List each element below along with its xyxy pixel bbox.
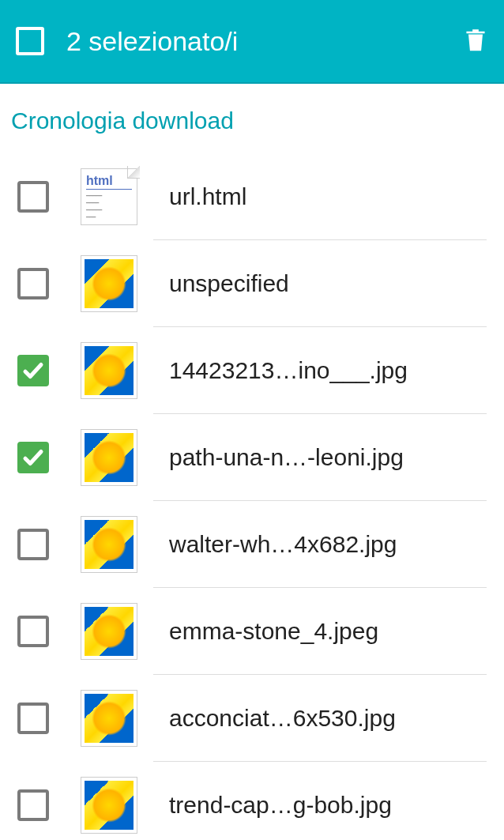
filename-label: emma-stone_4.jpeg [169,618,487,645]
filename-label: trend-cap…g-bob.jpg [169,792,487,819]
filename-label: url.html [169,183,487,210]
list-item[interactable]: 14423213…ino___.jpg [0,327,504,414]
list-item[interactable]: acconciat…6x530.jpg [0,675,504,762]
image-thumbnail-icon [81,777,137,834]
filename-cell: 14423213…ino___.jpg [153,327,487,414]
list-item[interactable]: trend-cap…g-bob.jpg [0,762,504,840]
filename-cell: trend-cap…g-bob.jpg [153,762,487,840]
selection-header: 2 selezionato/i [0,0,504,84]
svg-rect-2 [478,37,480,47]
html-file-icon: html━━━━━━━━━━━━━━━━━ [81,168,137,225]
item-checkbox[interactable] [17,703,49,734]
image-thumbnail-icon [81,342,137,399]
filename-label: unspecified [169,270,487,297]
filename-cell: emma-stone_4.jpeg [153,588,487,675]
filename-cell: acconciat…6x530.jpg [153,675,487,762]
image-thumbnail-icon [81,429,137,486]
filename-cell: url.html [153,153,487,240]
list-item[interactable]: unspecified [0,240,504,327]
filename-cell: walter-wh…4x682.jpg [153,501,487,588]
item-checkbox[interactable] [17,181,49,213]
svg-rect-0 [472,37,473,47]
image-thumbnail-icon [81,255,137,312]
selection-count-title: 2 selezionato/i [66,26,463,57]
filename-label: 14423213…ino___.jpg [169,357,487,384]
section-title: Cronologia download [0,84,504,153]
svg-rect-1 [475,37,476,47]
filename-cell: unspecified [153,240,487,327]
download-list: html━━━━━━━━━━━━━━━━━url.htmlunspecified… [0,153,504,840]
item-checkbox[interactable] [17,268,49,299]
item-checkbox[interactable] [17,616,49,647]
list-item[interactable]: path-una-n…-leoni.jpg [0,414,504,501]
list-item[interactable]: html━━━━━━━━━━━━━━━━━url.html [0,153,504,240]
filename-label: path-una-n…-leoni.jpg [169,444,487,471]
item-checkbox[interactable] [17,529,49,560]
item-checkbox[interactable] [17,442,49,473]
filename-label: walter-wh…4x682.jpg [169,531,487,558]
image-thumbnail-icon [81,690,137,747]
delete-button[interactable] [463,25,488,57]
filename-label: acconciat…6x530.jpg [169,705,487,732]
list-item[interactable]: walter-wh…4x682.jpg [0,501,504,588]
image-thumbnail-icon [81,516,137,573]
image-thumbnail-icon [81,603,137,660]
filename-cell: path-una-n…-leoni.jpg [153,414,487,501]
list-item[interactable]: emma-stone_4.jpeg [0,588,504,675]
item-checkbox[interactable] [17,789,49,821]
select-all-checkbox[interactable] [16,27,44,55]
item-checkbox[interactable] [17,355,49,386]
